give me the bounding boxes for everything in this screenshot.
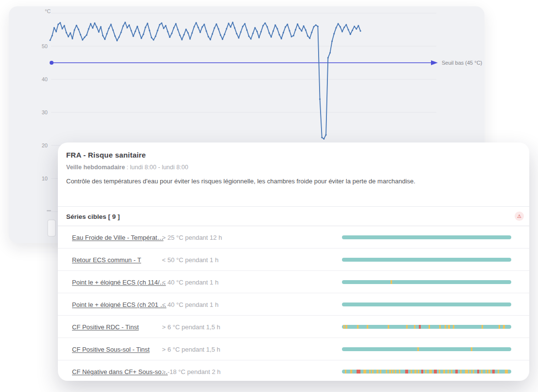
- series-status-bar: [342, 258, 511, 262]
- page: 5040302010 °C Seuil bas (45 °C) FRA - Ri…: [0, 0, 538, 392]
- svg-text:50: 50: [42, 43, 48, 49]
- warning-icon[interactable]: ⚠: [515, 212, 524, 221]
- series-link[interactable]: Point le + éloigné ECS (ch 114/…: [72, 278, 166, 285]
- series-link[interactable]: Retour ECS commun - T: [72, 256, 141, 263]
- threshold-label: Seuil bas (45 °C): [442, 60, 482, 66]
- series-condition: > -18 °C pendant 2 h: [162, 368, 220, 375]
- warning-glyph: ⚠: [517, 214, 521, 219]
- series-link[interactable]: Eau Froide de Ville - Températ…: [72, 233, 163, 241]
- divider: [58, 206, 529, 207]
- svg-text:10: 10: [42, 176, 48, 181]
- target-series-table: Eau Froide de Ville - Températ… > 25 °C …: [58, 226, 529, 381]
- panel-description: Contrôle des températures d'eau pour évi…: [66, 178, 415, 185]
- zoom-control-fragment: [48, 220, 55, 236]
- target-series-heading: Séries cibles [ 9 ]: [66, 213, 120, 220]
- table-row: Eau Froide de Ville - Températ… > 25 °C …: [58, 226, 529, 248]
- chart-unit-label: °C: [45, 8, 51, 14]
- table-row: Point le + éloigné ECS (ch 201 … < 40 °C…: [58, 293, 529, 315]
- series-link[interactable]: CF Positive RDC - Tinst: [72, 323, 139, 330]
- series-condition: > 6 °C pendant 1,5 h: [162, 323, 220, 330]
- series-status-bar: [342, 280, 511, 284]
- svg-text:40: 40: [42, 76, 48, 82]
- series-status-bar: [342, 235, 511, 239]
- threshold-line: Seuil bas (45 °C): [50, 60, 482, 66]
- table-row: Retour ECS commun - T < 50 °C pendant 1 …: [58, 248, 529, 270]
- series-status-bar: [342, 347, 511, 351]
- table-row: CF Négative dans CF+ Sous-so… > -18 °C p…: [58, 360, 529, 381]
- axis-fragment-dash: [47, 210, 51, 212]
- series-link[interactable]: CF Positive Sous-sol - Tinst: [72, 345, 150, 353]
- series-status-bar: [342, 303, 511, 306]
- series-condition: > 6 °C pendant 1,5 h: [162, 345, 220, 353]
- table-row: Point le + éloigné ECS (ch 114/… < 40 °C…: [58, 270, 529, 293]
- series-condition: < 50 °C pendant 1 h: [162, 256, 218, 263]
- series-status-bar: [342, 325, 511, 329]
- series-condition: < 40 °C pendant 1 h: [162, 278, 218, 285]
- table-row: CF Positive Sous-sol - Tinst > 6 °C pend…: [58, 338, 529, 360]
- temperature-series-line: [50, 22, 361, 140]
- series-condition: > 25 °C pendant 12 h: [162, 233, 222, 241]
- chart-y-axis-labels: 5040302010: [42, 43, 48, 181]
- schedule-value: : lundi 8:00 - lundi 8:00: [125, 164, 188, 171]
- series-status-bar: [342, 370, 511, 374]
- svg-text:30: 30: [42, 109, 48, 115]
- svg-text:20: 20: [42, 143, 48, 148]
- threshold-arrowhead: [431, 60, 438, 65]
- panel-schedule: Veille hebdomadaire : lundi 8:00 - lundi…: [66, 164, 188, 171]
- panel-title: FRA - Risque sanitaire: [66, 151, 146, 159]
- series-link[interactable]: Point le + éloigné ECS (ch 201 …: [72, 301, 166, 308]
- threshold-start-dot: [50, 61, 54, 65]
- table-row: CF Positive RDC - Tinst > 6 °C pendant 1…: [58, 315, 529, 338]
- risk-detail-panel: FRA - Risque sanitaire Veille hebdomadai…: [58, 143, 529, 381]
- series-link[interactable]: CF Négative dans CF+ Sous-so…: [72, 368, 168, 375]
- schedule-label: Veille hebdomadaire: [66, 164, 125, 171]
- series-condition: < 40 °C pendant 1 h: [162, 301, 218, 308]
